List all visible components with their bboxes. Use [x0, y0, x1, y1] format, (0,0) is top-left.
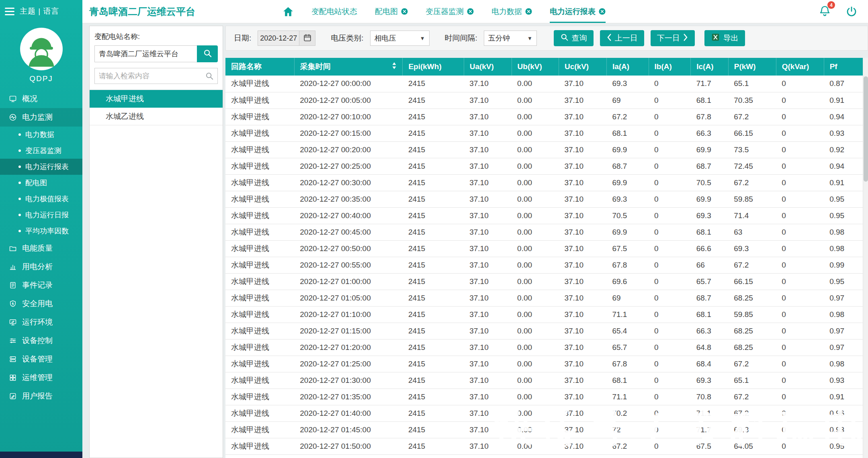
sidebar-item[interactable]: 运行环境 [0, 313, 82, 331]
table-cell: 2020-12-27 00:10:00 [294, 108, 403, 125]
theme-language-toggle[interactable]: 主题 | 语言 [20, 6, 59, 16]
table-cell: 37.10 [559, 339, 606, 356]
interval-select[interactable]: 五分钟 ▼ [484, 31, 537, 46]
table-cell: 0 [776, 454, 824, 458]
sidebar-item[interactable]: 概况 [0, 90, 82, 108]
sidebar-item[interactable]: 运维管理 [0, 368, 82, 387]
home-icon[interactable] [282, 6, 295, 18]
line-filter-input[interactable] [94, 68, 218, 84]
vertical-scrollbar[interactable] [863, 58, 868, 458]
sidebar-item[interactable]: 电能质量 [0, 239, 82, 258]
search-icon [205, 72, 214, 80]
station-name-input[interactable] [94, 45, 197, 62]
table-cell: 2020-12-27 00:40:00 [294, 207, 403, 224]
table-cell: 水城甲进线 [225, 421, 294, 438]
prev-day-button[interactable]: 上一日 [600, 30, 644, 46]
power-icon[interactable] [845, 6, 858, 18]
tab[interactable]: 电力数据 [491, 0, 532, 23]
sidebar-subitem[interactable]: 电力运行报表 [0, 159, 82, 175]
table-row: 水城甲进线2020-12-27 00:00:00241537.100.0037.… [225, 76, 863, 92]
table-cell: 2415 [403, 388, 464, 405]
table-cell: 水城甲进线 [225, 240, 294, 257]
overview-icon [9, 95, 17, 103]
sidebar-item-label: 安全用电 [22, 299, 53, 309]
sidebar-subitem[interactable]: 平均功率因数 [0, 223, 82, 239]
tab[interactable]: 变配电站状态 [311, 0, 357, 23]
sidebar-item[interactable]: 电力监测 [0, 108, 82, 127]
line-list-item[interactable]: 水城甲进线 [90, 90, 223, 108]
table-cell: 0 [776, 405, 824, 421]
tab[interactable]: 变压器监测 [426, 0, 474, 23]
table-cell: 66.15 [728, 125, 776, 141]
table-cell: 71.7 [691, 76, 729, 92]
sidebar-item-label: 运行环境 [22, 317, 53, 327]
sidebar-subitem[interactable]: 电力极值报表 [0, 191, 82, 207]
table-cell: 0.94 [824, 108, 863, 125]
sidebar-item[interactable]: 设备管理 [0, 350, 82, 368]
table-cell: 2415 [403, 438, 464, 454]
table-cell: 37.10 [559, 191, 606, 207]
table-cell: 37.10 [464, 405, 512, 421]
tab[interactable]: 配电图 [375, 0, 408, 23]
table-row: 水城甲进线2020-12-27 01:05:00241537.100.0037.… [225, 290, 863, 306]
table-cell: 2020-12-27 01:35:00 [294, 388, 403, 405]
table-cell: 68.7 [691, 158, 729, 174]
table-cell: 0 [649, 207, 691, 224]
sidebar-item-label: 电能质量 [22, 243, 53, 254]
engineer-avatar-icon [24, 31, 59, 67]
date-input[interactable] [258, 31, 299, 46]
table-row: 水城甲进线2020-12-27 00:35:00241537.100.0037.… [225, 191, 863, 207]
table-cell: 69.3 [728, 421, 776, 438]
column-header: Ib(A) [649, 58, 691, 76]
station-search-button[interactable] [197, 45, 218, 62]
tab-close-icon[interactable] [467, 8, 474, 15]
sidebar-subitem[interactable]: 电力运行日报 [0, 207, 82, 223]
table-cell: 69 [606, 290, 649, 306]
sidebar-subitem[interactable]: 电力数据 [0, 127, 82, 143]
table-cell: 37.10 [559, 92, 606, 108]
table-cell: 0 [776, 257, 824, 273]
next-day-button[interactable]: 下一日 [651, 30, 695, 46]
tab-label: 变配电站状态 [311, 6, 357, 17]
tab-close-icon[interactable] [401, 8, 408, 15]
sidebar-subitem[interactable]: 配电图 [0, 175, 82, 191]
sidebar-subitem[interactable]: 变压器监测 [0, 143, 82, 159]
table-cell: 2020-12-27 01:30:00 [294, 372, 403, 388]
sidebar-item[interactable]: 安全用电 [0, 294, 82, 313]
sidebar-item-label: 事件记录 [22, 280, 53, 290]
tab-label: 电力数据 [491, 6, 522, 17]
tab-close-icon[interactable] [599, 8, 606, 15]
line-list-item[interactable]: 水城乙进线 [90, 108, 223, 125]
calendar-button[interactable] [299, 31, 315, 46]
tab-close-icon[interactable] [525, 8, 532, 15]
table-cell: 水城甲进线 [225, 108, 294, 125]
hamburger-menu-icon[interactable] [5, 8, 14, 15]
table-cell: 67.5 [606, 240, 649, 257]
sidebar-item[interactable]: 用电分析 [0, 258, 82, 276]
export-button[interactable]: 导出 [704, 30, 745, 46]
avatar-label: QDPJ [29, 74, 53, 83]
column-header: Ub(kV) [512, 58, 559, 76]
table-cell: 2415 [403, 141, 464, 158]
table-cell: 水城甲进线 [225, 125, 294, 141]
bullet-icon [18, 133, 21, 136]
notifications-button[interactable]: 4 [819, 4, 831, 18]
column-header: P(kW) [728, 58, 776, 76]
table-cell: 37.10 [464, 191, 512, 207]
table-cell: 69.9 [691, 141, 729, 158]
table-row: 水城甲进线2020-12-27 00:10:00241537.100.0037.… [225, 108, 863, 125]
sidebar-item[interactable]: 用户报告 [0, 387, 82, 405]
column-header[interactable]: 采集时间 [294, 58, 403, 76]
voltage-type-select[interactable]: 相电压 ▼ [370, 31, 430, 46]
table-cell: 0.00 [512, 76, 559, 92]
sidebar-item[interactable]: 事件记录 [0, 276, 82, 294]
sidebar-item[interactable]: 设备控制 [0, 331, 82, 350]
table-cell: 65.4 [606, 323, 649, 339]
tab[interactable]: 电力运行报表 [550, 0, 606, 23]
scrollbar-thumb[interactable] [864, 76, 868, 182]
table-cell: 0 [649, 76, 691, 92]
query-button[interactable]: 查询 [554, 30, 594, 46]
sort-icon[interactable] [392, 62, 397, 72]
table-row: 水城甲进线2020-12-27 01:50:00241537.100.0037.… [225, 438, 863, 454]
table-cell: 水城甲进线 [225, 388, 294, 405]
